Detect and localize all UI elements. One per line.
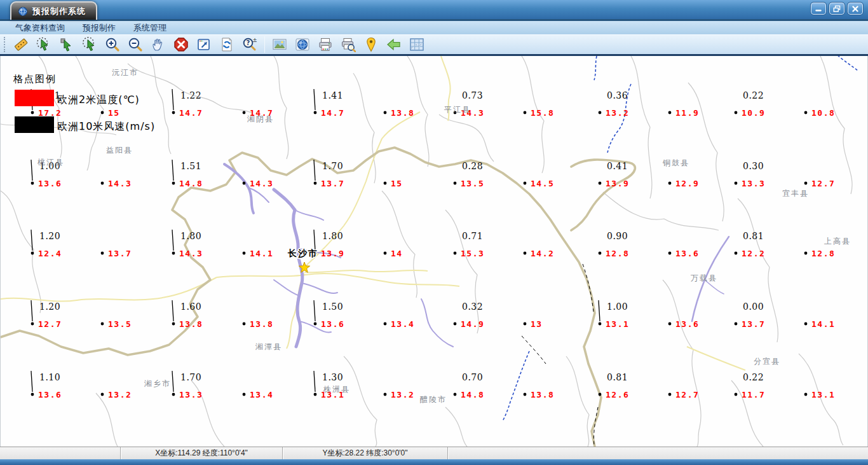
station-wind-value: 1.80 xyxy=(180,231,201,241)
print-button[interactable] xyxy=(315,36,336,54)
station-dot xyxy=(31,252,34,255)
station-dot xyxy=(599,182,602,185)
select-feature-button[interactable] xyxy=(34,36,54,54)
station-dot xyxy=(735,323,738,326)
station-dot xyxy=(314,111,317,115)
station-temp-value: 13 xyxy=(531,319,543,329)
station-temp-value: 10.9 xyxy=(742,108,765,118)
select-by-circle-button[interactable] xyxy=(79,36,100,54)
identify-button[interactable]: ? ± xyxy=(240,36,260,54)
place-label: 桃江县 xyxy=(37,158,64,167)
station-dot xyxy=(314,182,317,185)
refresh-button[interactable] xyxy=(217,36,237,54)
refresh-icon xyxy=(219,37,234,52)
measure-button[interactable] xyxy=(11,36,31,54)
station-dot xyxy=(524,393,527,396)
station-temp-value: 13.6 xyxy=(675,249,699,258)
station-dot xyxy=(668,111,672,115)
station-temp-value: 12.7 xyxy=(675,390,699,399)
station-dot xyxy=(243,111,246,115)
station-temp-value: 13.6 xyxy=(675,319,699,329)
menu-weather-data-query[interactable]: 气象资料查询 xyxy=(6,21,74,34)
restore-button[interactable] xyxy=(829,3,844,15)
station-dot xyxy=(172,111,175,115)
select-icon xyxy=(59,37,74,52)
toolbar: ? ± xyxy=(0,34,868,56)
station-temp-value: 14.3 xyxy=(108,179,132,188)
station-dot xyxy=(599,252,602,255)
station-wind-value: 1.51 xyxy=(180,161,201,171)
place-label: 湘乡市 xyxy=(144,379,171,388)
station-wind-value: 1.60 xyxy=(180,302,201,312)
globe-button[interactable] xyxy=(292,36,313,54)
map-legend: 格点图例欧洲2米温度(℃)欧洲10米风速(m/s) xyxy=(13,73,155,133)
grid-select-button[interactable] xyxy=(407,36,427,54)
station-temp-value: 13.4 xyxy=(391,319,414,329)
select-button[interactable] xyxy=(57,36,77,54)
placemark-icon xyxy=(363,37,379,52)
station-wind-value: 1.30 xyxy=(322,372,343,382)
station-dot xyxy=(384,252,387,255)
station-temp-value: 12.7 xyxy=(811,179,835,188)
station-dot xyxy=(735,393,738,396)
place-label: 铜鼓县 xyxy=(662,158,689,167)
toolbar-separator xyxy=(264,36,265,53)
station-dot xyxy=(599,323,602,326)
station-dot xyxy=(314,323,317,326)
wind-barb xyxy=(314,300,315,321)
close-button[interactable] xyxy=(848,3,863,15)
toolbar-grip[interactable] xyxy=(4,37,6,52)
place-label: 株洲县 xyxy=(323,385,350,394)
zoom-in-icon xyxy=(105,37,120,52)
cancel-button[interactable] xyxy=(171,36,191,54)
placemark-button[interactable] xyxy=(361,36,381,54)
station-dot xyxy=(384,393,387,396)
station-dot xyxy=(101,393,104,396)
export-image-button[interactable] xyxy=(269,36,290,54)
globe-icon xyxy=(295,37,310,52)
station-dot xyxy=(101,323,104,326)
menu-forecast-production[interactable]: 预报制作 xyxy=(74,21,125,34)
app-window: 预报制作系统 气象资料查询 预报制作 系统管理 xyxy=(0,0,868,465)
legend-title: 格点图例 xyxy=(13,73,57,85)
station-dot xyxy=(735,252,738,255)
minimize-button[interactable] xyxy=(811,3,826,15)
station-dot xyxy=(454,182,457,185)
station-dot xyxy=(172,252,175,255)
station-temp-value: 11.9 xyxy=(675,108,699,118)
pan-icon xyxy=(151,37,166,52)
station-temp-value: 14.9 xyxy=(461,319,484,329)
station-temp-value: 13.8 xyxy=(391,108,414,118)
station-temp-value: 13.8 xyxy=(179,319,203,329)
station-wind-value: 0.81 xyxy=(743,231,764,241)
station-temp-value: 14.7 xyxy=(321,108,344,118)
full-extent-button[interactable] xyxy=(194,36,214,54)
station-temp-value: 17.2 xyxy=(38,108,62,118)
wind-barb xyxy=(314,89,315,110)
pan-button[interactable] xyxy=(148,36,168,54)
station-temp-value: 12.8 xyxy=(606,249,629,258)
menu-bar: 气象资料查询 预报制作 系统管理 xyxy=(0,21,868,34)
station-temp-value: 13.3 xyxy=(742,179,765,188)
place-label: 醴陵市 xyxy=(420,395,447,404)
back-button[interactable] xyxy=(384,36,404,54)
station-temp-value: 15 xyxy=(391,179,403,188)
close-icon xyxy=(851,5,859,13)
station-dot xyxy=(524,111,527,115)
station-temp-value: 14.2 xyxy=(531,249,554,258)
station-temp-value: 13.8 xyxy=(531,390,554,399)
station-temp-value: 14.1 xyxy=(250,249,273,258)
print-preview-button[interactable] xyxy=(338,36,358,54)
station-wind-value: 1.50 xyxy=(322,302,343,312)
cancel-icon xyxy=(173,37,189,52)
map-canvas[interactable]: 1.6117.2151.2214.714.71.4114.713.80.7314… xyxy=(1,56,867,447)
title-bar: 预报制作系统 xyxy=(0,0,868,21)
identify-icon: ? ± xyxy=(242,37,257,52)
station-dot xyxy=(454,323,457,326)
station-temp-value: 13.4 xyxy=(250,390,273,399)
menu-system-management[interactable]: 系统管理 xyxy=(125,21,175,34)
station-dot xyxy=(454,393,457,396)
zoom-in-button[interactable] xyxy=(102,36,123,54)
zoom-out-button[interactable] xyxy=(125,36,146,54)
station-temp-value: 11.7 xyxy=(742,390,765,399)
